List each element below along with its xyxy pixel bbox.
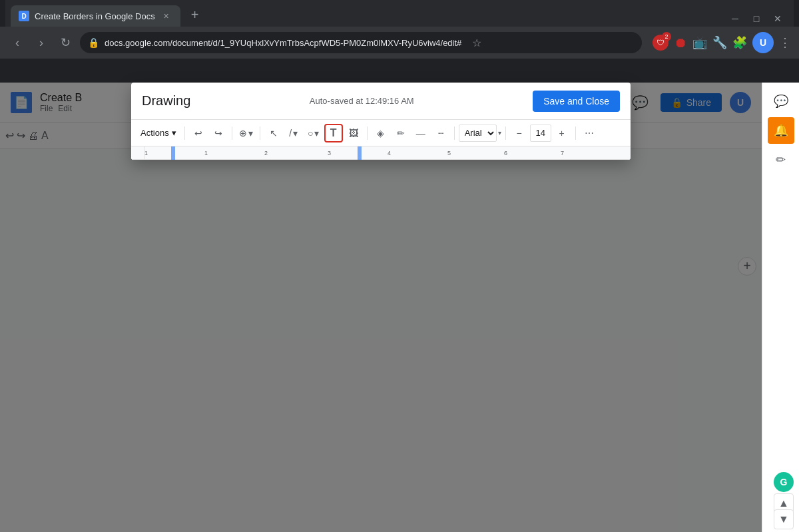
ruler-mark-7: 6: [504, 150, 507, 156]
font-arrow-icon: ▾: [498, 129, 501, 136]
ruler-mark-6: 5: [447, 150, 451, 156]
extension2-icon[interactable]: ⏺: [674, 35, 687, 51]
shape-arrow: ▾: [314, 128, 319, 138]
sidebar-edit-icon[interactable]: ✏: [768, 146, 794, 173]
actions-arrow-icon: ▾: [172, 128, 176, 138]
url-actions: ☆: [472, 37, 481, 49]
minimize-button[interactable]: ─: [730, 13, 740, 24]
select-tool-button[interactable]: ↖: [264, 124, 283, 142]
separator-5: [454, 127, 455, 140]
font-selector[interactable]: Arial: [459, 125, 497, 142]
redo-button[interactable]: ↪: [209, 124, 228, 142]
ruler-top: 1 1 2 3 4 5 6 7: [131, 146, 631, 160]
forward-button[interactable]: ›: [32, 33, 51, 52]
drawing-canvas-area: 1 1 2 3 4 5 6 7 1 2 3: [131, 146, 631, 160]
drawing-toolbar: Actions ▾ ↩ ↪ ⊕ ▾ ↖ / ▾ ○: [131, 120, 631, 146]
extension3-icon[interactable]: 📺: [692, 35, 707, 50]
drawing-modal: Drawing Auto-saved at 12:49:16 AM Save a…: [131, 83, 631, 160]
actions-menu-button[interactable]: Actions ▾: [136, 127, 180, 139]
back-button[interactable]: ‹: [8, 33, 27, 52]
font-size-plus-button[interactable]: +: [553, 124, 571, 142]
ruler-mark-1: 1: [144, 150, 148, 156]
text-icon: T: [330, 127, 337, 139]
separator-2: [232, 127, 232, 140]
star-icon[interactable]: ☆: [472, 37, 481, 49]
active-tab[interactable]: D Create Borders in Google Docs ×: [11, 5, 180, 27]
browser-titlebar: D Create Borders in Google Docs × + ─ □ …: [0, 0, 799, 27]
font-size-input[interactable]: 14: [530, 125, 551, 142]
ruler-mark-8: 7: [561, 150, 564, 156]
ruler-marker-left: [171, 146, 175, 160]
tab-favicon: D: [19, 11, 29, 21]
image-tool-button[interactable]: 🖼: [344, 124, 363, 142]
drawing-title: Drawing: [142, 93, 190, 109]
tab-close-button[interactable]: ×: [160, 10, 172, 22]
ruler-marker-right: [358, 146, 362, 160]
save-and-close-button[interactable]: Save and Close: [533, 91, 620, 112]
ruler-corner: [131, 146, 144, 160]
undo-button[interactable]: ↩: [189, 124, 208, 142]
separator-6: [505, 127, 506, 140]
sidebar-comments-icon[interactable]: 💬: [768, 88, 794, 115]
image-icon: 🖼: [349, 128, 358, 138]
close-button[interactable]: ✕: [772, 13, 783, 24]
line-icon: /: [289, 128, 292, 138]
shape-tool-button[interactable]: ○ ▾: [304, 124, 323, 142]
line-tool-button[interactable]: / ▾: [284, 124, 303, 142]
separator-3: [260, 127, 260, 140]
ruler-mark-4: 3: [328, 150, 331, 156]
grammarly-icon[interactable]: G: [774, 472, 794, 492]
border-dash-button[interactable]: ╌: [431, 124, 450, 142]
extension4-icon[interactable]: 🔧: [712, 35, 727, 50]
more-options-button[interactable]: ⋯: [580, 124, 599, 142]
puzzle-icon[interactable]: 🧩: [732, 35, 747, 50]
scroll-down-icon[interactable]: ▼: [774, 509, 794, 529]
ruler-mark-3: 2: [264, 150, 268, 156]
refresh-button[interactable]: ↻: [56, 33, 75, 52]
address-bar: ‹ › ↻ 🔒 docs.google.com/document/d/1_9YU…: [0, 27, 799, 59]
text-tool-button[interactable]: T: [324, 124, 343, 142]
separator-4: [367, 127, 368, 140]
zoom-arrow-icon: ▾: [248, 128, 253, 138]
ruler-mark-2: 1: [204, 150, 208, 156]
browser-menu-icon[interactable]: ⋮: [779, 35, 791, 50]
browser-actions: 🛡 2 ⏺ 📺 🔧 🧩 U ⋮: [653, 32, 791, 53]
ruler-mark-5: 4: [388, 150, 391, 156]
maximize-button[interactable]: □: [751, 13, 762, 24]
drawing-modal-overlay: Drawing Auto-saved at 12:49:16 AM Save a…: [0, 83, 762, 532]
extensions-icon[interactable]: 🛡 2: [653, 35, 668, 51]
paint-bucket-button[interactable]: ◈: [372, 124, 390, 142]
url-text: docs.google.com/document/d/1_9YUqHxlXvYm…: [105, 38, 461, 48]
new-tab-button[interactable]: +: [186, 5, 204, 24]
border-style-button[interactable]: —: [411, 124, 430, 142]
url-bar[interactable]: 🔒 docs.google.com/document/d/1_9YUqHxlXv…: [80, 32, 642, 53]
shape-icon: ○: [308, 128, 313, 138]
zoom-icon: ⊕: [239, 128, 247, 138]
border-color-button[interactable]: ✏: [392, 124, 410, 142]
separator-1: [184, 127, 185, 140]
drawing-modal-header: Drawing Auto-saved at 12:49:16 AM Save a…: [131, 83, 631, 120]
right-sidebar: 💬 🔔 ✏ G ▲ ▼: [762, 83, 799, 532]
zoom-button[interactable]: ⊕ ▾: [236, 124, 256, 142]
actions-label: Actions: [140, 128, 169, 138]
profile-avatar[interactable]: U: [752, 32, 774, 53]
sidebar-notification-icon[interactable]: 🔔: [768, 117, 794, 144]
tab-title: Create Borders in Google Docs: [35, 11, 155, 21]
line-arrow: ▾: [293, 128, 298, 138]
font-size-minus-button[interactable]: −: [510, 124, 529, 142]
separator-7: [575, 127, 576, 140]
lock-icon: 🔒: [88, 37, 99, 48]
autosave-label: Auto-saved at 12:49:16 AM: [201, 96, 522, 106]
